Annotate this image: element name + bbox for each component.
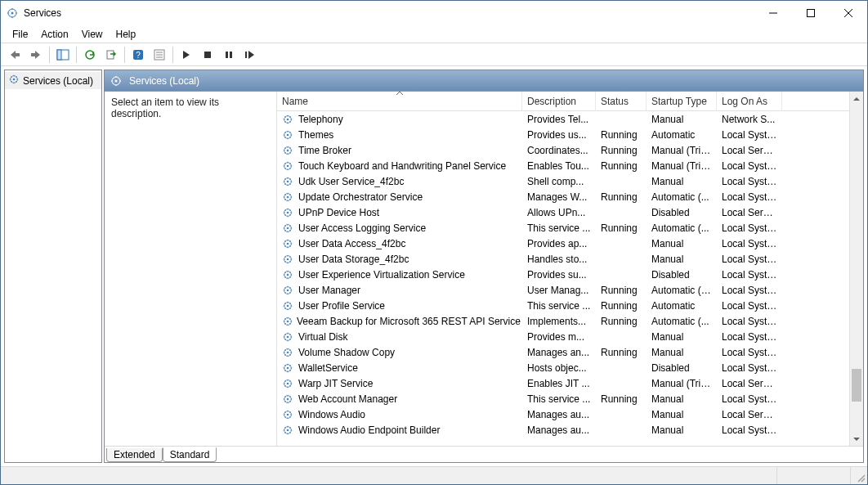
- service-logon: Local Syste...: [717, 393, 782, 405]
- tab-label: Extended: [114, 449, 155, 460]
- gear-icon: [8, 74, 20, 88]
- service-name: User Data Access_4f2bc: [298, 238, 405, 249]
- service-description: This service ...: [522, 222, 596, 234]
- close-button[interactable]: [830, 1, 867, 25]
- service-startup: Manual: [647, 238, 717, 249]
- svg-point-55: [287, 335, 289, 338]
- service-status: Running: [596, 300, 647, 312]
- service-row[interactable]: User Data Storage_4f2bcHandles sto...Man…: [277, 251, 849, 267]
- service-row[interactable]: Web Account ManagerThis service ...Runni…: [277, 391, 849, 406]
- scroll-up-button[interactable]: [850, 92, 863, 106]
- service-icon: [282, 191, 295, 203]
- service-row[interactable]: Warp JIT ServiceEnables JIT ...Manual (T…: [277, 375, 849, 391]
- resize-grip-icon[interactable]: [851, 467, 867, 484]
- gear-icon: [110, 74, 123, 88]
- service-row[interactable]: User ManagerUser Manag...RunningAutomati…: [277, 282, 849, 298]
- service-row[interactable]: Windows Audio Endpoint BuilderManages au…: [277, 422, 849, 438]
- export-list-button[interactable]: [101, 45, 121, 65]
- refresh-button[interactable]: [80, 45, 100, 65]
- service-startup: Automatic (...: [647, 222, 717, 234]
- menu-file[interactable]: File: [6, 27, 34, 42]
- service-row[interactable]: Time BrokerCoordinates...RunningManual (…: [277, 142, 849, 158]
- forward-button[interactable]: [26, 45, 46, 65]
- view-tabs: Extended Standard: [105, 446, 863, 462]
- service-icon: [282, 409, 295, 420]
- column-header-status[interactable]: Status: [596, 92, 647, 111]
- stop-service-button[interactable]: [198, 45, 217, 65]
- service-row[interactable]: WalletServiceHosts objec...DisabledLocal…: [277, 360, 849, 375]
- service-name: User Experience Virtualization Service: [298, 269, 465, 281]
- service-row[interactable]: User Data Access_4f2bcProvides ap...Manu…: [277, 236, 849, 251]
- scroll-track[interactable]: [850, 106, 863, 432]
- column-header-description[interactable]: Description: [522, 92, 596, 111]
- service-logon: Network S...: [717, 114, 782, 125]
- service-row[interactable]: Touch Keyboard and Handwriting Panel Ser…: [277, 158, 849, 173]
- service-row[interactable]: User Profile ServiceThis service ...Runn…: [277, 298, 849, 313]
- scroll-down-button[interactable]: [850, 432, 863, 446]
- service-row[interactable]: Volume Shadow CopyManages an...RunningMa…: [277, 344, 849, 360]
- column-header-logon[interactable]: Log On As: [717, 92, 782, 111]
- service-row[interactable]: Update Orchestrator ServiceManages W...R…: [277, 189, 849, 204]
- help-button[interactable]: ?: [128, 45, 148, 65]
- service-logon: Local Service: [717, 145, 782, 156]
- service-description: Provides m...: [522, 331, 596, 343]
- restart-service-button[interactable]: [240, 45, 260, 65]
- service-row[interactable]: Udk User Service_4f2bcShell comp...Manua…: [277, 173, 849, 189]
- service-list[interactable]: TelephonyProvides Tel...ManualNetwork S.…: [277, 111, 849, 446]
- scroll-thumb[interactable]: [852, 369, 861, 402]
- service-status: Running: [596, 129, 647, 141]
- menu-action[interactable]: Action: [34, 27, 74, 42]
- service-name: User Manager: [298, 285, 360, 296]
- minimize-button[interactable]: [754, 1, 792, 25]
- service-icon: [282, 393, 295, 405]
- nav-services-local[interactable]: Services (Local): [5, 72, 101, 89]
- svg-point-29: [287, 133, 289, 136]
- service-row[interactable]: User Access Logging ServiceThis service …: [277, 220, 849, 236]
- service-description: Shell comp...: [522, 176, 596, 187]
- service-status: Running: [596, 145, 647, 156]
- service-icon: [282, 254, 295, 265]
- column-header-startup[interactable]: Startup Type: [647, 92, 717, 111]
- service-icon: [282, 424, 295, 436]
- column-label: Name: [282, 96, 308, 107]
- service-row[interactable]: User Experience Virtualization ServicePr…: [277, 267, 849, 282]
- service-row[interactable]: TelephonyProvides Tel...ManualNetwork S.…: [277, 111, 849, 127]
- service-row[interactable]: UPnP Device HostAllows UPn...DisabledLoc…: [277, 204, 849, 220]
- service-startup: Manual: [647, 424, 717, 436]
- back-button[interactable]: [5, 45, 25, 65]
- menu-view[interactable]: View: [75, 27, 110, 42]
- service-startup: Manual: [647, 176, 717, 187]
- svg-rect-11: [107, 51, 114, 59]
- detail-pane: Services (Local) Select an item to view …: [104, 70, 864, 463]
- service-description: Provides Tel...: [522, 114, 596, 125]
- service-name: WalletService: [298, 362, 358, 374]
- maximize-button[interactable]: [792, 1, 830, 25]
- column-label: Status: [601, 96, 629, 107]
- service-description: Enables JIT ...: [522, 378, 596, 389]
- service-name: Veeam Backup for Microsoft 365 REST API …: [297, 316, 521, 327]
- service-startup: Automatic (...: [647, 316, 717, 327]
- service-row[interactable]: ThemesProvides us...RunningAutomaticLoca…: [277, 127, 849, 142]
- service-description: Allows UPn...: [522, 207, 596, 218]
- show-hide-tree-button[interactable]: [53, 45, 73, 65]
- service-status: Running: [596, 222, 647, 234]
- navigation-pane[interactable]: Services (Local): [4, 70, 102, 463]
- menu-help[interactable]: Help: [110, 27, 143, 42]
- tab-label: Standard: [170, 449, 210, 460]
- svg-point-39: [287, 211, 289, 213]
- service-name: Web Account Manager: [298, 393, 397, 405]
- column-header-name[interactable]: Name: [277, 92, 522, 111]
- start-service-button[interactable]: [177, 45, 196, 65]
- pause-service-button[interactable]: [219, 45, 239, 65]
- service-description: Coordinates...: [522, 145, 596, 156]
- service-row[interactable]: Virtual DiskProvides m...ManualLocal Sys…: [277, 329, 849, 344]
- service-row[interactable]: Veeam Backup for Microsoft 365 REST API …: [277, 313, 849, 329]
- service-status: Running: [596, 393, 647, 405]
- tab-standard[interactable]: Standard: [163, 447, 217, 462]
- properties-button[interactable]: [150, 45, 169, 65]
- service-name: Udk User Service_4f2bc: [298, 176, 404, 187]
- service-row[interactable]: Windows AudioManages au...ManualLocal Se…: [277, 406, 849, 422]
- svg-point-67: [287, 429, 289, 431]
- tab-extended[interactable]: Extended: [106, 448, 163, 462]
- vertical-scrollbar[interactable]: [849, 92, 863, 446]
